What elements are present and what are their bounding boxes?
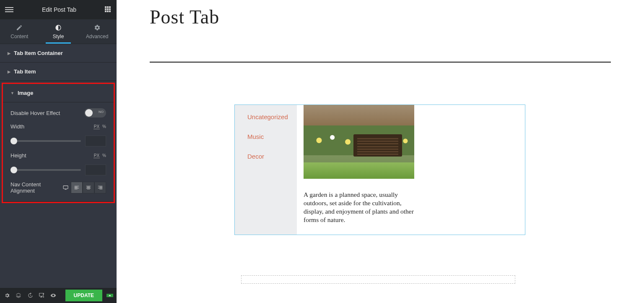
unit-px[interactable]: PX xyxy=(93,153,100,158)
caret-right-icon: ▶ xyxy=(8,70,10,74)
toggle-knob xyxy=(85,109,93,117)
align-center-button[interactable] xyxy=(83,182,94,193)
contrast-icon xyxy=(55,24,62,31)
height-label: Height xyxy=(10,152,26,159)
tab-advanced[interactable]: Advanced xyxy=(78,19,117,44)
history-icon[interactable] xyxy=(26,291,34,300)
tab-style-label: Style xyxy=(53,34,64,39)
disable-hover-toggle[interactable]: NO xyxy=(84,108,106,118)
align-left-button[interactable] xyxy=(71,182,83,193)
page-title: Post Tab xyxy=(150,6,611,28)
tab-content[interactable]: Content xyxy=(0,19,39,44)
hamburger-icon[interactable] xyxy=(5,7,13,12)
section-label: Image xyxy=(18,90,34,96)
apps-grid-icon[interactable] xyxy=(105,6,112,13)
caret-right-icon: ▶ xyxy=(8,51,10,55)
unit-px[interactable]: PX xyxy=(93,124,100,129)
category-tab[interactable]: Uncategorized xyxy=(247,113,297,120)
align-right-button[interactable] xyxy=(94,182,106,193)
update-button[interactable]: UPDATE xyxy=(65,290,102,301)
panel-tabs: Content Style Advanced xyxy=(0,19,117,44)
width-label: Width xyxy=(10,123,24,130)
sections-list: ▶ Tab Item Container ▶ Tab Item ▼ Image … xyxy=(0,44,117,288)
responsive-icon[interactable] xyxy=(38,291,46,300)
panel-footer: UPDATE xyxy=(0,288,117,303)
category-tab[interactable]: Decor xyxy=(247,153,297,160)
post-image xyxy=(304,105,414,179)
post-tab-widget[interactable]: Uncategorized Music Decor A garden is a … xyxy=(234,104,525,235)
svg-rect-0 xyxy=(63,186,68,189)
post-content: A garden is a planned space, usually out… xyxy=(297,105,525,235)
unit-percent[interactable]: % xyxy=(102,124,106,129)
category-tabs: Uncategorized Music Decor xyxy=(235,105,297,235)
height-value-input[interactable] xyxy=(85,165,106,175)
toggle-state-label: NO xyxy=(99,110,104,114)
section-image-body: Disable Hover Effect NO Width PX % xyxy=(3,102,114,202)
align-button-group xyxy=(71,182,106,193)
divider xyxy=(150,62,611,63)
preview-eye-icon[interactable] xyxy=(49,291,57,300)
panel-title: Edit Post Tab xyxy=(13,6,105,13)
section-tab-item-container[interactable]: ▶ Tab Item Container xyxy=(0,44,117,63)
gear-icon xyxy=(94,24,101,31)
tab-style[interactable]: Style xyxy=(39,19,78,44)
settings-icon[interactable] xyxy=(3,291,11,300)
section-tab-item[interactable]: ▶ Tab Item xyxy=(0,63,117,81)
height-units: PX % xyxy=(93,153,106,158)
pencil-icon xyxy=(16,24,23,31)
slider-knob xyxy=(10,138,17,144)
nav-align-label: Nav Content Alignment xyxy=(10,181,63,194)
tab-content-label: Content xyxy=(10,34,28,39)
svg-rect-1 xyxy=(65,189,66,190)
responsive-device-icon[interactable] xyxy=(63,185,68,190)
width-units: PX % xyxy=(93,124,106,129)
caret-down-icon: ▼ xyxy=(10,91,14,95)
slider-knob xyxy=(10,167,17,173)
category-tab[interactable]: Music xyxy=(247,133,297,140)
section-label: Tab Item xyxy=(14,68,36,75)
empty-section-placeholder[interactable] xyxy=(241,275,515,284)
width-value-input[interactable] xyxy=(85,136,106,146)
highlighted-section: ▼ Image Disable Hover Effect NO Width xyxy=(2,83,115,203)
navigator-icon[interactable] xyxy=(15,291,23,300)
section-label: Tab Item Container xyxy=(14,50,63,56)
width-slider[interactable] xyxy=(10,140,81,142)
section-image[interactable]: ▼ Image xyxy=(3,84,114,102)
panel-header: Edit Post Tab xyxy=(0,0,117,19)
update-more-button[interactable] xyxy=(106,294,113,297)
unit-percent[interactable]: % xyxy=(102,153,106,158)
editor-panel: Edit Post Tab Content Style Advanced ▶ T… xyxy=(0,0,117,303)
post-description: A garden is a planned space, usually out… xyxy=(304,191,414,225)
height-slider[interactable] xyxy=(10,169,81,171)
disable-hover-label: Disable Hover Effect xyxy=(10,110,60,116)
preview-canvas[interactable]: Post Tab Uncategorized Music Decor A gar… xyxy=(117,0,644,303)
tab-advanced-label: Advanced xyxy=(86,34,108,39)
